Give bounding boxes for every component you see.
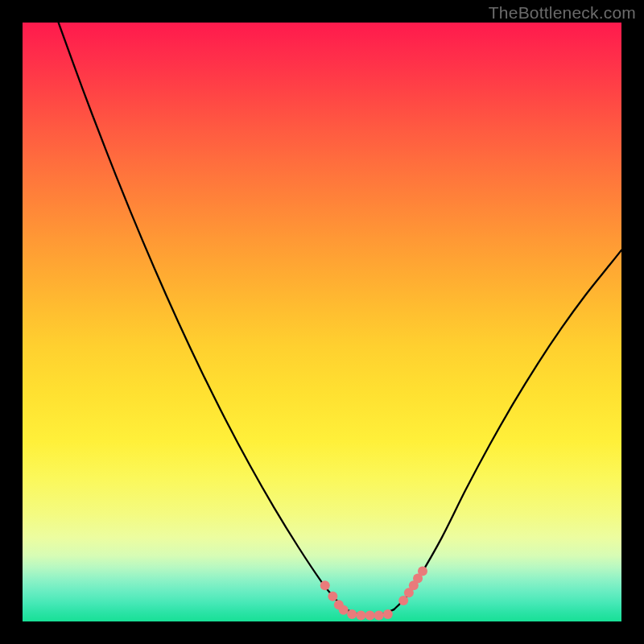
watermark-text: TheBottleneck.com [489, 3, 636, 23]
marker-floor [347, 609, 357, 619]
marker-right-cluster [418, 567, 427, 576]
marker-floor [383, 609, 393, 619]
series-left-curve [59, 23, 346, 609]
marker-floor [356, 611, 365, 621]
chart-svg [23, 23, 621, 621]
marker-floor [365, 611, 375, 621]
marker-left-cluster [339, 605, 349, 615]
marker-left-cluster [328, 592, 337, 601]
plot-area [23, 23, 621, 621]
marker-right-cluster [398, 596, 408, 605]
series-right-curve [394, 250, 621, 609]
marker-floor [374, 611, 384, 621]
marker-left-cluster [320, 580, 330, 590]
chart-frame: TheBottleneck.com [0, 0, 644, 644]
